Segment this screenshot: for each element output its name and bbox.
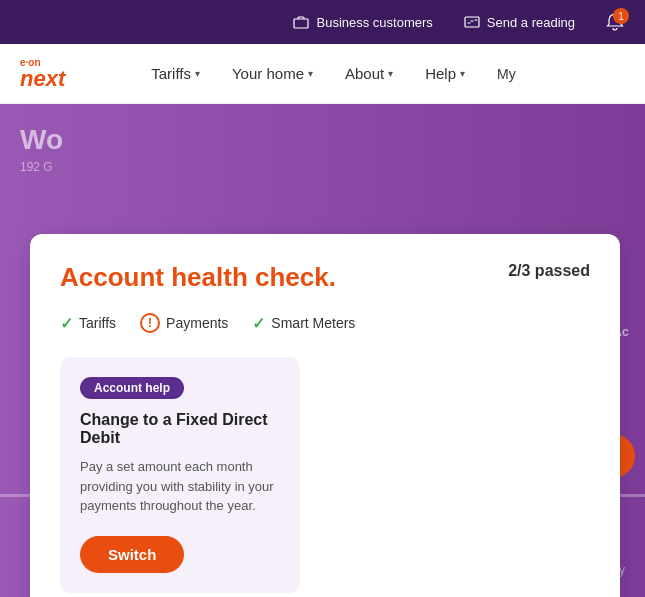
nav-about[interactable]: About ▾ [339, 65, 399, 82]
checks-row: ✓ Tariffs ! Payments ✓ Smart Meters [60, 313, 590, 333]
nav-about-label: About [345, 65, 384, 82]
info-card-description: Pay a set amount each month providing yo… [80, 457, 280, 516]
info-card-title: Change to a Fixed Direct Debit [80, 411, 280, 447]
business-customers-link[interactable]: Business customers [292, 13, 432, 31]
check-smart-meters: ✓ Smart Meters [252, 314, 355, 333]
nav-your-home-label: Your home [232, 65, 304, 82]
business-customers-label: Business customers [316, 15, 432, 30]
nav-tariffs[interactable]: Tariffs ▾ [145, 65, 206, 82]
check-payments-label: Payments [166, 315, 228, 331]
logo: e·on next [20, 57, 65, 90]
briefcase-icon [292, 13, 310, 31]
nav-my[interactable]: My [491, 66, 522, 82]
notifications-button[interactable]: 1 [605, 12, 625, 32]
nav-my-label: My [497, 66, 516, 82]
top-bar: Business customers Send a reading 1 [0, 0, 645, 44]
bg-subtitle: 192 G [20, 160, 625, 174]
logo-next: next [20, 68, 65, 90]
warning-icon: ! [140, 313, 160, 333]
card-title: Account health check. [60, 262, 336, 293]
passed-badge: 2/3 passed [508, 262, 590, 280]
chevron-down-icon: ▾ [308, 68, 313, 79]
chevron-down-icon: ▾ [388, 68, 393, 79]
account-help-badge: Account help [80, 377, 184, 399]
chevron-down-icon: ▾ [460, 68, 465, 79]
bg-title: Wo [20, 124, 625, 156]
checkmark-icon: ✓ [60, 314, 73, 333]
check-smart-meters-label: Smart Meters [271, 315, 355, 331]
check-payments: ! Payments [140, 313, 228, 333]
nav-help-label: Help [425, 65, 456, 82]
card-header: Account health check. 2/3 passed [60, 262, 590, 293]
svg-rect-0 [294, 19, 308, 28]
nav-help[interactable]: Help ▾ [419, 65, 471, 82]
nav-bar: e·on next Tariffs ▾ Your home ▾ About ▾ … [0, 44, 645, 104]
switch-button[interactable]: Switch [80, 536, 184, 573]
notification-count: 1 [613, 8, 629, 24]
nav-your-home[interactable]: Your home ▾ [226, 65, 319, 82]
check-tariffs-label: Tariffs [79, 315, 116, 331]
page-background: Wo 192 G Ac Account health check. 2/3 pa… [0, 104, 645, 597]
check-tariffs: ✓ Tariffs [60, 314, 116, 333]
svg-rect-1 [465, 17, 479, 27]
chevron-down-icon: ▾ [195, 68, 200, 79]
meter-icon [463, 13, 481, 31]
info-card: Account help Change to a Fixed Direct De… [60, 357, 300, 593]
send-reading-link[interactable]: Send a reading [463, 13, 575, 31]
nav-tariffs-label: Tariffs [151, 65, 191, 82]
send-reading-label: Send a reading [487, 15, 575, 30]
checkmark-icon: ✓ [252, 314, 265, 333]
health-check-card: Account health check. 2/3 passed ✓ Tarif… [30, 234, 620, 597]
